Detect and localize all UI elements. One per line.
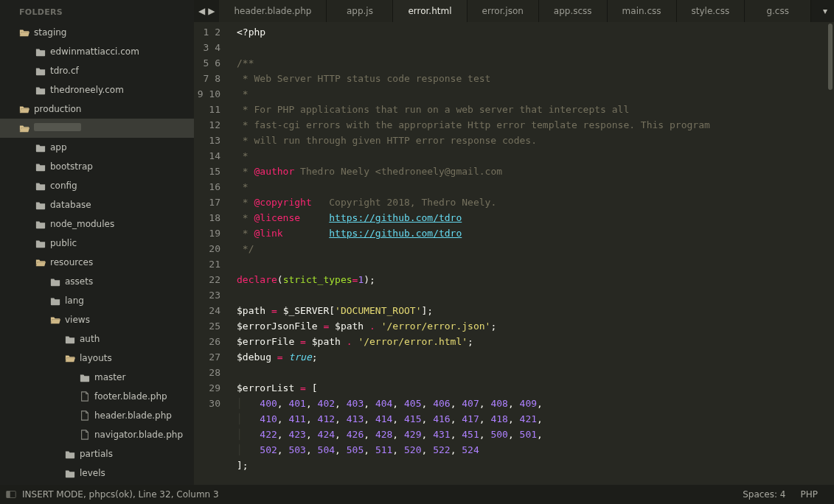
folder-icon (35, 85, 50, 95)
folder-icon (35, 66, 50, 76)
tree-item-label: views (65, 315, 90, 325)
folder-item-thedroneely-com[interactable]: thedroneely.com (0, 80, 194, 99)
tab-app-scss[interactable]: app.scss (539, 0, 608, 22)
folder-item-app[interactable]: app (0, 138, 194, 157)
tree-item-label: tdro.cf (50, 66, 79, 76)
folder-item-config[interactable]: config (0, 176, 194, 195)
tree-item-label: thedroneely.com (50, 85, 124, 95)
tree-item-label: staging (34, 27, 66, 38)
tree-item-label: database (50, 200, 91, 210)
file-icon (80, 391, 94, 402)
tab-bar: ◀ ▶ header.blade.phpapp.jserror.htmlerro… (194, 0, 834, 22)
folder-icon (35, 46, 50, 57)
folder-item-staging[interactable]: staging (0, 23, 194, 42)
tree-item-label: app (50, 142, 67, 153)
folder-item-bootstrap[interactable]: bootstrap (0, 157, 194, 176)
status-indent[interactable]: Spaces: 4 (735, 489, 793, 500)
tab-label: error.html (408, 6, 451, 16)
file-item-header-blade-php[interactable]: header.blade.php (0, 406, 194, 425)
svg-rect-1 (7, 491, 10, 497)
tab-nav-arrows[interactable]: ◀ ▶ (194, 0, 219, 22)
folder-icon (35, 181, 50, 191)
folder-item-views[interactable]: views (0, 310, 194, 329)
tree-item-label: auth (80, 334, 100, 344)
tree-item-label: layouts (80, 353, 112, 363)
tab-main-css[interactable]: main.css (608, 0, 677, 22)
file-item-footer-blade-php[interactable]: footer.blade.php (0, 387, 194, 406)
folder-item-partials[interactable]: partials (0, 444, 194, 463)
folder-item-public[interactable]: public (0, 234, 194, 253)
tab-app-js[interactable]: app.js (327, 0, 393, 22)
tree-item-label: navigator.blade.php (94, 430, 183, 440)
folder-icon (65, 468, 80, 478)
tree-item-label: resources (50, 257, 93, 267)
folder-icon (65, 449, 80, 459)
folder-icon (35, 200, 50, 210)
sidebar-header: FOLDERS (0, 4, 194, 23)
tab-label: style.css (692, 6, 730, 16)
folder-open-icon (65, 353, 80, 363)
folder-item-production[interactable]: production (0, 99, 194, 119)
folder-open-icon (35, 257, 50, 267)
folder-icon (80, 372, 94, 382)
folder-item-lang[interactable]: lang (0, 291, 194, 310)
tab-label: main.css (622, 6, 661, 16)
folder-item-tdro-cf[interactable]: tdro.cf (0, 61, 194, 80)
folder-icon (50, 276, 65, 287)
file-item-navigator-blade-php[interactable]: navigator.blade.php (0, 425, 194, 444)
tab-overflow-button[interactable]: ▾ (816, 0, 834, 22)
editor-scrollbar-thumb[interactable] (828, 24, 833, 90)
folder-icon (35, 219, 50, 229)
tree-item-label: production (34, 104, 81, 114)
editor-scrollbar[interactable] (827, 22, 834, 485)
folder-item-layouts[interactable]: layouts (0, 349, 194, 368)
folder-item-resources[interactable]: resources (0, 253, 194, 272)
tab-label: app.scss (554, 6, 592, 16)
tree-item-label: levels (80, 468, 105, 478)
tab-header-blade-php[interactable]: header.blade.php (219, 0, 327, 22)
status-language[interactable]: PHP (793, 489, 826, 500)
tab-style-css[interactable]: style.css (677, 0, 746, 22)
tree-item-label: bootstrap (50, 161, 93, 172)
tree-item-label: partials (80, 449, 113, 459)
code-editor[interactable]: <?php /** * Web Server HTTP status code … (229, 22, 834, 485)
tab-prev-icon[interactable]: ◀ (198, 6, 205, 16)
folder-icon (35, 142, 50, 153)
tab-next-icon[interactable]: ▶ (208, 6, 215, 16)
folder-item-levels[interactable]: levels (0, 463, 194, 483)
panel-switch-icon[interactable] (6, 491, 16, 498)
tree-item-label: node_modules (50, 219, 114, 229)
tab-error-json[interactable]: error.json (468, 0, 539, 22)
tree-item-label: assets (65, 276, 93, 287)
editor-pane: ◀ ▶ header.blade.phpapp.jserror.htmlerro… (194, 0, 834, 485)
folder-open-icon (19, 123, 34, 133)
tree-item-label: master (94, 372, 125, 382)
tab-label: header.blade.php (234, 6, 311, 16)
folder-item-assets[interactable]: assets (0, 272, 194, 291)
folder-icon (65, 334, 80, 344)
folder-item-edwinmattiacci-com[interactable]: edwinmattiacci.com (0, 42, 194, 61)
folder-item-database[interactable]: database (0, 195, 194, 214)
tree-item-label: public (50, 238, 77, 248)
status-bar: INSERT MODE, phpcs(ok), Line 32, Column … (0, 485, 834, 504)
tab-error-html[interactable]: error.html (393, 0, 467, 22)
folder-item-untitled[interactable] (0, 119, 194, 138)
folder-item-master[interactable]: master (0, 368, 194, 387)
folder-item-auth[interactable]: auth (0, 329, 194, 349)
folder-open-icon (19, 27, 34, 38)
tree-item-label: lang (65, 295, 84, 306)
tree-item-label: header.blade.php (94, 410, 172, 421)
status-mode-text: INSERT MODE, phpcs(ok), Line 32, Column … (22, 489, 219, 500)
folder-icon (35, 161, 50, 172)
folder-open-icon (19, 104, 34, 114)
tab-label: g.css (766, 6, 789, 16)
folder-open-icon (50, 315, 65, 325)
file-icon (80, 410, 94, 421)
folder-item-node-modules[interactable]: node_modules (0, 214, 194, 234)
line-number-gutter[interactable]: 1 2 3 4 5 6 7 8 9 10 11 12 13 14 15 16 1… (194, 22, 229, 485)
tab-g-css[interactable]: g.css (745, 0, 811, 22)
folder-icon (50, 295, 65, 306)
tree-item-label: footer.blade.php (94, 391, 167, 402)
tree-item-label (34, 123, 81, 133)
folder-sidebar[interactable]: FOLDERS stagingedwinmattiacci.comtdro.cf… (0, 0, 194, 485)
